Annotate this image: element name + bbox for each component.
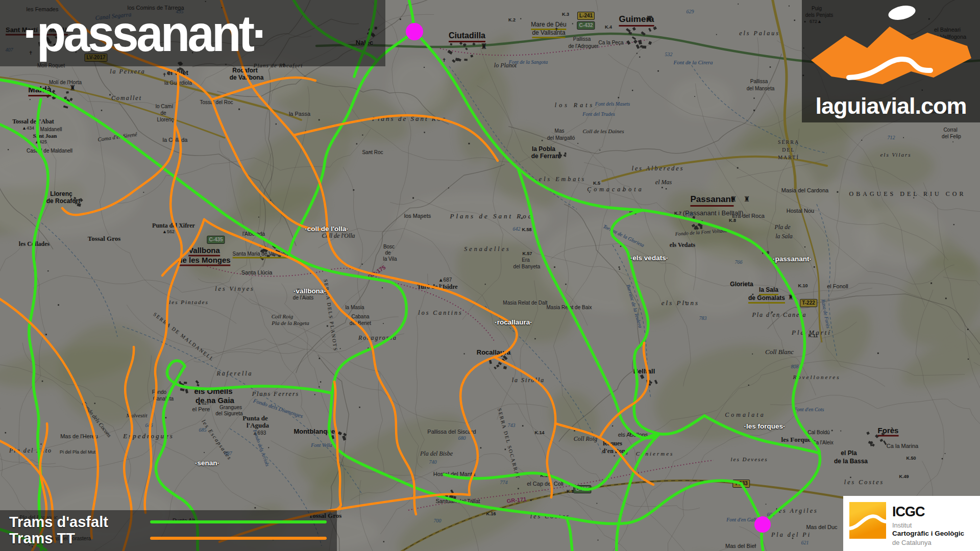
page-title: ·passanant· — [0, 0, 362, 66]
route-waypoint-label: ·les forques· — [744, 422, 785, 430]
legend-item: Trams d'asfalt — [9, 514, 337, 530]
icgc-abbr: ICGC — [892, 504, 925, 520]
route-waypoint-label: ·els vedats· — [630, 254, 668, 262]
brand-logo: laguiavial.com — [802, 0, 980, 122]
icgc-line3: de Catalunya — [892, 539, 932, 546]
icgc-line1: Institut — [892, 521, 912, 529]
map-viewport[interactable]: CiutadillaGuimeràMaldàPassanant(Passanan… — [0, 0, 980, 551]
legend-rows: Trams d'asfaltTrams TT — [0, 510, 337, 551]
route-waypoint-label: ·coll de l'olla· — [305, 225, 349, 233]
route-waypoint-label: ·rocallaura· — [495, 318, 532, 326]
legend-item-label: Trams TT — [9, 530, 150, 547]
icgc-attribution: ICGC Institut Cartogràfic i Geològic de … — [843, 496, 980, 551]
legend-item: Trams TT — [9, 530, 337, 546]
legend-item-label: Trams d'asfalt — [9, 514, 150, 531]
legend-line-sample — [150, 537, 327, 540]
brand-site-name: laguiavial.com — [802, 93, 980, 119]
icgc-line2: Cartogràfic i Geològic — [892, 530, 964, 537]
route-waypoint-label: ·vallbona· — [293, 287, 326, 295]
route-waypoint-label: ·passanant· — [773, 255, 812, 263]
icgc-logo-icon — [849, 502, 886, 539]
route-waypoint-label: ·senan· — [195, 459, 219, 467]
legend-line-sample — [150, 520, 327, 523]
